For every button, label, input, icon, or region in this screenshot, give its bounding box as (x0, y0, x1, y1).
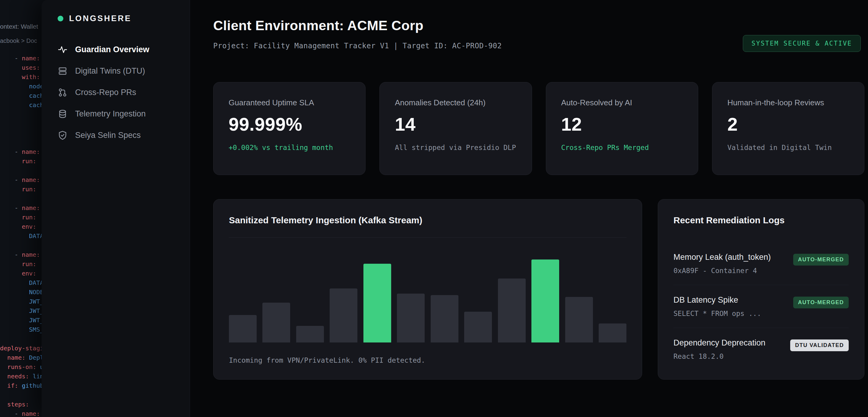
chart-bar (565, 297, 593, 342)
log-item-db-latency[interactable]: DB Latency Spike SELECT * FROM ops ... A… (674, 285, 849, 328)
sidebar-item-label: Guardian Overview (75, 45, 149, 54)
telemetry-chart-card: Sanitized Telemetry Ingestion (Kafka Str… (213, 199, 642, 380)
chart-bar (296, 326, 324, 342)
sidebar-item-label: Seiya Selin Specs (75, 131, 141, 140)
stat-card-auto-resolved: Auto-Resolved by AI 12 Cross-Repo PRs Me… (546, 82, 698, 175)
main-content: Client Environment: ACME Corp Project: F… (190, 0, 868, 417)
sidebar-item-seiya-selin-specs[interactable]: Seiya Selin Specs (58, 125, 190, 146)
log-text: Memory Leak (auth_token) 0xA89F - Contai… (674, 252, 771, 275)
sidebar-item-label: Digital Twins (DTU) (75, 66, 145, 76)
screen: ontext: Wallet acbook > Doc - name: uses… (0, 0, 868, 417)
sidebar-item-digital-twins[interactable]: Digital Twins (DTU) (58, 60, 190, 82)
stat-label: Auto-Resolved by AI (561, 98, 683, 108)
chart-bar (397, 294, 425, 342)
database-icon (58, 109, 67, 119)
chart-bar-highlight (531, 260, 559, 342)
remediation-logs-card: Recent Remediation Logs Memory Leak (aut… (658, 199, 864, 380)
log-title: DB Latency Spike (674, 295, 761, 305)
app-window: LONGSHERE Guardian Overview Digital Twin… (42, 0, 868, 417)
log-detail: SELECT * FROM ops ... (674, 309, 761, 318)
chart-caption: Incoming from VPN/PrivateLink. 0% PII de… (229, 356, 626, 364)
log-item-memory-leak[interactable]: Memory Leak (auth_token) 0xA89F - Contai… (674, 242, 849, 285)
sidebar-item-cross-repo-prs[interactable]: Cross-Repo PRs (58, 82, 190, 103)
brand: LONGSHERE (58, 14, 190, 23)
chart-bar (229, 315, 257, 342)
activity-icon (58, 44, 67, 55)
sidebar: LONGSHERE Guardian Overview Digital Twin… (42, 0, 190, 417)
chart-bar (498, 278, 526, 342)
log-text: DB Latency Spike SELECT * FROM ops ... (674, 295, 761, 318)
pull-request-icon (58, 88, 67, 97)
log-detail: React 18.2.0 (674, 352, 766, 360)
stat-note: +0.002% vs trailing month (228, 143, 350, 152)
sidebar-item-label: Cross-Repo PRs (75, 88, 136, 97)
brand-dot-icon (58, 16, 63, 22)
editor-breadcrumb: acbook > Doc (0, 37, 37, 44)
log-status-badge: DTU VALIDATED (790, 339, 849, 351)
sidebar-item-label: Telemetry Ingestion (75, 109, 146, 119)
page-header: Client Environment: ACME Corp Project: F… (213, 18, 864, 52)
header-text: Client Environment: ACME Corp Project: F… (213, 18, 502, 50)
stat-card-human-reviews: Human-in-the-loop Reviews 2 Validated in… (712, 82, 864, 175)
chart-bar (431, 295, 459, 342)
stat-note: All stripped via Presidio DLP (395, 143, 516, 152)
stat-value: 2 (727, 115, 849, 134)
brand-name: LONGSHERE (69, 14, 131, 23)
stat-label: Guaranteed Uptime SLA (228, 98, 350, 108)
stat-label: Human-in-the-loop Reviews (727, 98, 849, 108)
stat-value: 99.999% (228, 115, 350, 134)
log-detail: 0xA89F - Container 4 (674, 267, 771, 275)
stat-value: 12 (561, 115, 683, 134)
telemetry-bar-chart (229, 260, 626, 342)
page-title: Client Environment: ACME Corp (213, 18, 502, 33)
chart-bar (599, 324, 626, 342)
log-title: Memory Leak (auth_token) (674, 252, 771, 262)
shield-check-icon (58, 130, 67, 140)
chart-bar (262, 303, 290, 342)
stat-value: 14 (395, 115, 516, 134)
log-item-dependency-deprecation[interactable]: Dependency Deprecation React 18.2.0 DTU … (674, 328, 849, 370)
chart-bar-highlight (364, 264, 391, 342)
stats-row: Guaranteed Uptime SLA 99.999% +0.002% vs… (213, 82, 864, 175)
sidebar-item-guardian-overview[interactable]: Guardian Overview (58, 39, 190, 60)
chart-title: Sanitized Telemetry Ingestion (Kafka Str… (229, 215, 626, 226)
sidebar-nav: Guardian Overview Digital Twins (DTU) Cr… (58, 39, 190, 146)
digital-twins-icon (58, 66, 67, 76)
stat-note: Validated in Digital Twin (727, 143, 849, 152)
editor-window-title: ontext: Wallet (0, 23, 38, 30)
log-list: Memory Leak (auth_token) 0xA89F - Contai… (674, 242, 849, 370)
stat-label: Anomalies Detected (24h) (395, 98, 516, 108)
divider (229, 237, 626, 238)
system-status-badge: SYSTEM SECURE & ACTIVE (743, 35, 861, 52)
log-text: Dependency Deprecation React 18.2.0 (674, 338, 766, 360)
log-status-badge: AUTO-MERGED (793, 297, 849, 308)
logs-title: Recent Remediation Logs (674, 215, 849, 226)
stat-card-anomalies: Anomalies Detected (24h) 14 All stripped… (379, 82, 532, 175)
chart-bar (464, 312, 492, 342)
sidebar-item-telemetry-ingestion[interactable]: Telemetry Ingestion (58, 103, 190, 125)
stat-note: Cross-Repo PRs Merged (561, 143, 683, 152)
page-subtitle: Project: Facility Management Tracker V1 … (213, 42, 502, 50)
log-status-badge: AUTO-MERGED (793, 254, 849, 266)
stat-card-uptime-sla: Guaranteed Uptime SLA 99.999% +0.002% vs… (213, 82, 366, 175)
content-row: Sanitized Telemetry Ingestion (Kafka Str… (213, 199, 864, 380)
log-title: Dependency Deprecation (674, 338, 766, 348)
chart-bar (330, 289, 358, 342)
